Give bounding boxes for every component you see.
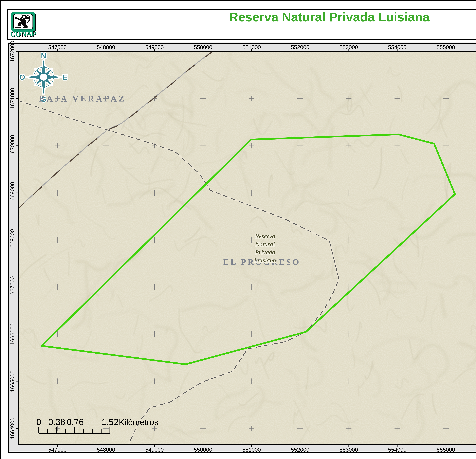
svg-text:1666000: 1666000 — [9, 323, 16, 345]
svg-text:553000: 553000 — [340, 44, 358, 50]
svg-text:552000: 552000 — [291, 44, 309, 50]
svg-text:0: 0 — [36, 417, 41, 427]
svg-text:E: E — [63, 73, 68, 81]
svg-text:N: N — [41, 52, 46, 60]
svg-text:0.76: 0.76 — [67, 417, 84, 427]
svg-text:1669000: 1669000 — [9, 182, 16, 204]
svg-text:Privada: Privada — [255, 249, 275, 256]
svg-text:1.52: 1.52 — [101, 417, 119, 427]
svg-text:547000: 547000 — [48, 44, 67, 50]
svg-text:Reserva: Reserva — [255, 233, 275, 239]
svg-text:1670000: 1670000 — [9, 135, 16, 157]
svg-text:1668000: 1668000 — [9, 229, 16, 251]
svg-text:554000: 554000 — [388, 44, 407, 50]
svg-text:1672000: 1672000 — [9, 41, 16, 62]
svg-text:BAJA VERAPAZ: BAJA VERAPAZ — [39, 94, 126, 103]
svg-text:1664000: 1664000 — [9, 417, 16, 439]
svg-text:551000: 551000 — [242, 44, 261, 50]
svg-text:0.38: 0.38 — [48, 417, 65, 427]
svg-text:555000: 555000 — [437, 44, 455, 50]
svg-text:Luisiana: Luisiana — [254, 257, 276, 264]
svg-text:1665000: 1665000 — [9, 370, 16, 392]
svg-text:1671000: 1671000 — [9, 88, 16, 109]
svg-text:550000: 550000 — [194, 44, 212, 50]
svg-text:548000: 548000 — [97, 44, 115, 50]
svg-text:Kilómetros: Kilómetros — [119, 417, 158, 427]
svg-text:549000: 549000 — [145, 44, 164, 50]
svg-text:Natural: Natural — [255, 241, 275, 248]
svg-text:O: O — [19, 73, 25, 81]
svg-text:1667000: 1667000 — [9, 276, 16, 298]
